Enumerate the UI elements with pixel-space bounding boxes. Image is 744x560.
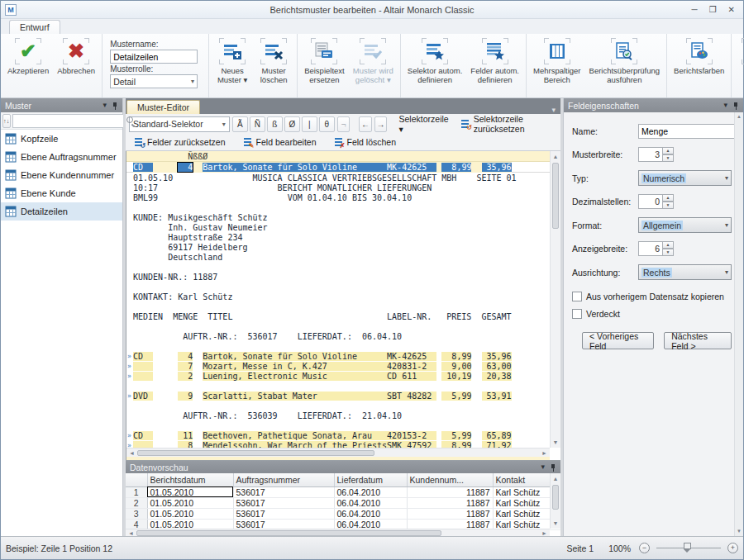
pin-icon[interactable] — [732, 102, 739, 110]
report-line[interactable] — [133, 282, 550, 292]
table-cell[interactable]: 11887 — [407, 508, 493, 519]
highlighted-field[interactable]: 9 — [178, 392, 193, 401]
field-sample[interactable]: CD — [133, 163, 153, 172]
scroll-up-icon[interactable]: ▲ — [551, 151, 560, 162]
panel-menu-icon[interactable]: ▾ — [541, 463, 545, 471]
report-line[interactable]: Inh. Gustav Neumeier — [133, 223, 550, 233]
highlighted-field[interactable] — [133, 362, 153, 371]
highlighted-field[interactable]: SMK 47592 — [387, 441, 436, 448]
highlighted-field[interactable]: Scarlatti, Stabat Mater — [203, 392, 387, 401]
naechstes-feld-button[interactable]: Nächstes Feld > — [664, 332, 732, 349]
scrollbar-thumb[interactable] — [136, 530, 441, 536]
report-line[interactable]: 69117 Heidelberg — [133, 243, 550, 253]
report-line[interactable]: KUNDE: Musikgeschäft Schütz — [133, 213, 550, 223]
abbrechen-button[interactable]: ✖ Abbrechen — [55, 37, 98, 76]
highlighted-field[interactable]: Luening, Electronic Music — [203, 372, 387, 381]
highlighted-field[interactable]: 420831-2 — [387, 362, 436, 371]
musterrolle-combo[interactable]: Detail▾ — [110, 74, 198, 88]
column-header[interactable]: Lieferdatum — [334, 473, 407, 486]
trap-char-button[interactable]: θ — [319, 116, 335, 132]
spin-down-icon[interactable]: ▼ — [663, 249, 674, 256]
highlighted-field[interactable]: 8,99 — [441, 352, 471, 361]
neues-muster-button[interactable]: NeuesMuster ▾ — [213, 37, 251, 85]
report-line[interactable]: » 8 Mendelssohn, War March of the Priest… — [133, 441, 550, 448]
editor-menu-icon[interactable]: ▾ — [551, 107, 556, 114]
highlighted-field[interactable]: 10,19 — [441, 372, 471, 381]
highlighted-field[interactable]: Mozart, Messe in C, K.427 — [203, 362, 387, 371]
selector-combo[interactable]: Standard-Selektor▾ — [129, 116, 230, 132]
sample-row[interactable]: CD 4 Bartok, Sonate für Solo Violine MK-… — [126, 162, 560, 173]
report-line[interactable]: Deutschland — [133, 253, 550, 263]
trap-char-button[interactable]: | — [302, 116, 317, 132]
highlighted-field[interactable] — [133, 441, 153, 448]
highlighted-field[interactable]: 20,38 — [482, 372, 512, 381]
preview-vertical-scrollbar[interactable]: ▲ ▼ — [550, 473, 560, 529]
report-line[interactable] — [133, 342, 550, 352]
scroll-up-icon[interactable]: ▲ — [735, 112, 743, 121]
highlighted-field[interactable]: Bartok, Sonate für Solo Violine — [203, 352, 387, 361]
table-cell[interactable]: 536017 — [233, 497, 334, 508]
trap-char-button[interactable]: Ã — [232, 116, 248, 132]
table-cell[interactable]: 01.05.2010 — [147, 508, 233, 519]
scroll-down-icon[interactable]: ▼ — [551, 437, 560, 448]
copy-previous-checkbox[interactable] — [572, 292, 582, 301]
shift-left-button[interactable]: ← — [359, 116, 372, 132]
column-header[interactable]: Kundennum... — [407, 473, 493, 486]
highlighted-field[interactable]: Beethoven, Pathetique Sonata, Arau — [203, 431, 387, 440]
report-line[interactable]: »DVD 9 Scarlatti, Stabat Mater SBT 48282… — [133, 392, 550, 401]
table-cell[interactable]: 06.04.2010 — [334, 508, 407, 519]
report-line[interactable]: 01.05.10 MUSICA CLASSICA VERTRIEBSGESELL… — [133, 173, 550, 183]
highlighted-field[interactable]: 5,99 — [441, 431, 471, 440]
table-row[interactable]: 201.05.201053601706.04.201011887Karl Sch… — [126, 497, 560, 508]
report-line[interactable] — [133, 382, 550, 392]
trap-char-button[interactable]: Ñ — [250, 116, 265, 132]
table-cell[interactable]: 11887 — [407, 486, 493, 497]
report-line[interactable] — [133, 203, 550, 213]
pin-icon[interactable] — [112, 102, 118, 110]
selektorzeile-dropdown[interactable]: Selektorzeile ▾ — [395, 116, 453, 132]
highlighted-field[interactable]: 63,00 — [482, 362, 512, 371]
felder-autom-button[interactable]: Felder autom.definieren — [468, 37, 522, 85]
preview-horizontal-scrollbar[interactable]: ◄ ► — [126, 529, 550, 536]
scroll-down-icon[interactable]: ▼ — [551, 518, 560, 529]
muster-loeschen-button[interactable]: Musterlöschen — [255, 37, 293, 85]
hilfe-button[interactable]: ? Hilfe — [736, 37, 744, 76]
field-name-input[interactable] — [638, 124, 736, 139]
feld-loeschen-button[interactable]: ✗ Feld löschen — [329, 135, 401, 150]
highlighted-field[interactable]: 7 — [178, 362, 193, 371]
properties-scrollbar[interactable]: ▲ ▼ — [734, 112, 743, 536]
highlighted-field[interactable]: 65,89 — [482, 431, 512, 440]
felder-zuruecksetzen-button[interactable]: ↺ Felder zurücksetzen — [129, 135, 230, 150]
mustername-input[interactable] — [110, 50, 198, 64]
typ-combo[interactable]: Numerisch▾ — [638, 170, 732, 186]
dezimalstellen-spinner[interactable]: 0 ▲▼ — [638, 194, 674, 209]
selektor-autom-button[interactable]: Selektor autom.definieren — [405, 37, 465, 85]
highlighted-field[interactable]: 5,99 — [441, 392, 471, 401]
table-row[interactable]: 301.05.201053601706.04.201011887Karl Sch… — [126, 508, 560, 519]
report-line[interactable]: AUFTR.-NR.: 536017 LIEFERDAT.: 06.04.10 — [133, 332, 550, 342]
highlighted-field[interactable]: 8,99 — [441, 441, 471, 448]
report-line[interactable] — [133, 421, 550, 431]
highlighted-field[interactable]: Mendelssohn, War March of the Priests — [203, 441, 387, 448]
muster-list-item[interactable]: Ebene Kunde — [1, 184, 122, 202]
zoom-in-icon[interactable]: + — [727, 543, 738, 553]
scrollbar-thumb[interactable] — [552, 485, 559, 510]
row-number-cell[interactable]: 2 — [126, 497, 147, 508]
field-sample[interactable]: 8,99 — [441, 163, 471, 172]
format-combo[interactable]: Allgemein▾ — [638, 217, 732, 233]
selector-row[interactable]: ÑßßØ — [126, 151, 560, 162]
highlighted-field[interactable]: 420153-2 — [387, 431, 436, 440]
highlighted-field[interactable]: CD — [133, 352, 153, 361]
zoom-slider-thumb[interactable] — [684, 543, 691, 549]
report-line[interactable]: 10:17 BERICHT MONATLICHER LIEFERUNGEN — [133, 183, 550, 193]
report-line[interactable] — [133, 322, 550, 332]
akzeptieren-button[interactable]: ✔ Akzeptieren — [5, 37, 51, 76]
close-icon[interactable]: ✕ — [728, 6, 735, 14]
feld-bearbeiten-button[interactable]: ✎ Feld bearbeiten — [238, 135, 321, 150]
berichtsueberpruefung-button[interactable]: Berichtsüberprüfungausführen — [587, 37, 663, 85]
scroll-left-icon[interactable]: ◄ — [126, 450, 137, 456]
beispieltext-ersetzen-button[interactable]: Beispieltextersetzen — [302, 37, 347, 85]
row-number-cell[interactable]: 3 — [126, 508, 147, 519]
highlighted-field[interactable]: CD — [133, 431, 153, 440]
sort-icon[interactable]: ↑↓ — [2, 114, 11, 128]
